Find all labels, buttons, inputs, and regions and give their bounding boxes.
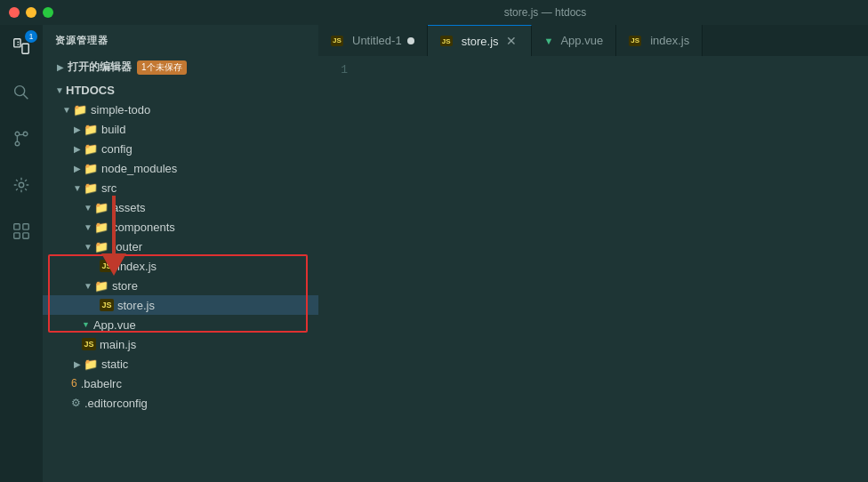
simple-todo-chevron: ▼ bbox=[60, 105, 73, 115]
js-tab-icon: JS bbox=[440, 36, 453, 46]
sidebar-header: 资源管理器 bbox=[43, 25, 318, 54]
tab-untitled[interactable]: JS Untitled-1 bbox=[318, 25, 428, 56]
js-file-icon: JS bbox=[82, 338, 96, 350]
vue-tab-icon: ▼ bbox=[544, 36, 554, 46]
svg-line-3 bbox=[23, 94, 28, 99]
js-file-icon: JS bbox=[100, 260, 114, 272]
tree-router[interactable]: ▼ 📁 router bbox=[43, 237, 318, 256]
svg-rect-11 bbox=[23, 233, 28, 238]
tree-simple-todo[interactable]: ▼ 📁 simple-todo bbox=[43, 100, 318, 119]
folder-icon: 📁 bbox=[84, 357, 98, 371]
components-label: components bbox=[112, 221, 175, 234]
config-label: config bbox=[101, 142, 133, 156]
activity-bar: 1 bbox=[0, 25, 43, 482]
unsaved-badge: 1个未保存 bbox=[137, 60, 187, 75]
tab-app-vue[interactable]: ▼ App.vue bbox=[532, 25, 617, 56]
static-label: static bbox=[101, 357, 128, 371]
folder-icon: 📁 bbox=[94, 278, 108, 293]
tree-assets[interactable]: ▼ 📁 assets bbox=[43, 197, 318, 217]
build-label: build bbox=[101, 123, 125, 136]
unsaved-dot bbox=[407, 37, 414, 44]
svg-rect-0 bbox=[14, 39, 20, 47]
activity-debug[interactable] bbox=[7, 171, 36, 199]
tab-close-button[interactable]: ✕ bbox=[504, 34, 518, 48]
tree-static[interactable]: ▶ 📁 static bbox=[43, 354, 318, 374]
tabs-bar: JS Untitled-1 JS store.js ✕ ▼ App.vue JS… bbox=[318, 25, 868, 56]
src-chevron: ▼ bbox=[71, 183, 84, 193]
tree-editorconfig[interactable]: ⚙ .editorconfig bbox=[43, 393, 318, 413]
babelrc-label: .babelrc bbox=[81, 377, 122, 390]
activity-extensions[interactable] bbox=[7, 217, 36, 245]
store-js-label: store.js bbox=[117, 299, 155, 312]
tree-components[interactable]: ▼ 📁 components bbox=[43, 217, 318, 237]
simple-todo-label: simple-todo bbox=[91, 103, 150, 116]
node-modules-chevron: ▶ bbox=[71, 164, 84, 173]
folder-icon: 📁 bbox=[94, 200, 108, 214]
folder-icon: 📁 bbox=[94, 239, 108, 253]
tree-src[interactable]: ▼ 📁 src bbox=[43, 178, 318, 197]
open-editors-row[interactable]: ▶ 打开的编辑器 1个未保存 bbox=[53, 58, 318, 76]
folder-icon: 📁 bbox=[84, 141, 98, 156]
tree-main-js[interactable]: JS main.js bbox=[43, 334, 318, 354]
js-file-icon: JS bbox=[100, 299, 114, 311]
tab-index-js[interactable]: JS index.js bbox=[616, 25, 703, 56]
editorconfig-icon: ⚙ bbox=[71, 397, 81, 409]
tree-app-vue[interactable]: ▼ App.vue bbox=[43, 315, 318, 334]
folder-icon: 📁 bbox=[84, 122, 98, 136]
assets-chevron: ▼ bbox=[82, 203, 94, 213]
tree-store-js[interactable]: JS store.js bbox=[43, 295, 318, 315]
js-tab-icon: JS bbox=[331, 36, 343, 46]
tree-store-folder[interactable]: ▼ 📁 store bbox=[43, 276, 318, 295]
babelrc-icon: 6 bbox=[71, 377, 77, 390]
main-layout: 1 bbox=[0, 25, 868, 482]
svg-rect-10 bbox=[14, 233, 20, 238]
tab-untitled-label: Untitled-1 bbox=[352, 34, 402, 47]
src-label: src bbox=[101, 181, 117, 195]
maximize-button[interactable] bbox=[43, 7, 53, 18]
titlebar: store.js — htdocs bbox=[0, 0, 868, 25]
activity-search[interactable] bbox=[7, 78, 36, 107]
static-chevron: ▶ bbox=[71, 359, 84, 369]
editor-content: 1 bbox=[318, 56, 868, 482]
components-chevron: ▼ bbox=[82, 222, 94, 232]
assets-label: assets bbox=[112, 201, 146, 214]
tree-router-index[interactable]: JS index.js bbox=[43, 256, 318, 276]
node-modules-label: node_modules bbox=[101, 162, 177, 175]
js-tab-icon: JS bbox=[629, 36, 641, 46]
tree-root[interactable]: ▼ HTDOCS bbox=[43, 80, 318, 100]
minimize-button[interactable] bbox=[26, 7, 36, 18]
root-label: HTDOCS bbox=[66, 84, 115, 97]
tree-babelrc[interactable]: 6 .babelrc bbox=[43, 374, 318, 393]
tree-node-modules[interactable]: ▶ 📁 node_modules bbox=[43, 158, 318, 178]
folder-icon: 📁 bbox=[84, 161, 98, 175]
open-editors-chevron: ▶ bbox=[53, 60, 68, 75]
svg-point-5 bbox=[23, 132, 28, 136]
activity-source-control[interactable] bbox=[7, 125, 36, 153]
window-title: store.js — htdocs bbox=[231, 6, 859, 19]
app-vue-label: App.vue bbox=[93, 318, 136, 332]
editor-area: JS Untitled-1 JS store.js ✕ ▼ App.vue JS… bbox=[318, 25, 868, 482]
svg-rect-1 bbox=[22, 44, 28, 53]
tab-store-js[interactable]: JS store.js ✕ bbox=[428, 25, 532, 56]
router-label: router bbox=[112, 240, 142, 253]
store-chevron: ▼ bbox=[82, 281, 94, 291]
tab-store-js-label: store.js bbox=[462, 35, 499, 48]
activity-files[interactable]: 1 bbox=[7, 32, 36, 60]
close-button[interactable] bbox=[9, 7, 20, 18]
router-index-label: index.js bbox=[117, 260, 157, 273]
folder-icon: 📁 bbox=[84, 181, 98, 195]
tab-index-js-label: index.js bbox=[650, 34, 689, 47]
tree-build[interactable]: ▶ 📁 build bbox=[43, 119, 318, 139]
main-js-label: main.js bbox=[100, 338, 136, 351]
tree-config[interactable]: ▶ 📁 config bbox=[43, 139, 318, 158]
svg-rect-9 bbox=[23, 224, 28, 229]
router-chevron: ▼ bbox=[82, 242, 94, 252]
svg-rect-8 bbox=[14, 224, 20, 229]
build-chevron: ▶ bbox=[71, 125, 84, 134]
line-numbers: 1 bbox=[318, 63, 358, 76]
open-editors-label: 打开的编辑器 bbox=[68, 60, 132, 75]
config-chevron: ▶ bbox=[71, 144, 84, 154]
sidebar: 资源管理器 ▶ 打开的编辑器 1个未保存 ▼ HTDOCS ▼ 📁 simple… bbox=[43, 25, 318, 482]
root-chevron: ▼ bbox=[53, 85, 66, 95]
tab-app-vue-label: App.vue bbox=[560, 34, 603, 47]
